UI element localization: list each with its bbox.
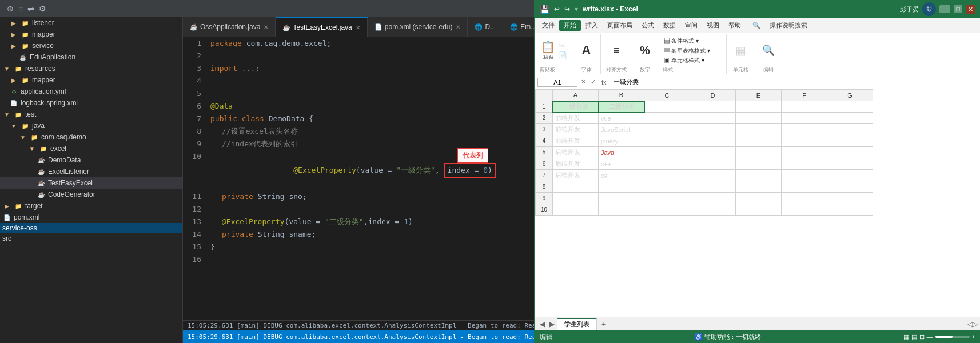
sidebar-item-pom-xml[interactable]: 📄 pom.xml — [0, 212, 182, 223]
sidebar-item-resources[interactable]: ▼ 📁 resources — [0, 63, 182, 74]
cell-b6[interactable]: c++ — [599, 158, 644, 170]
excel-menu-data[interactable]: 数据 — [659, 20, 680, 31]
cell-f4[interactable] — [782, 135, 827, 147]
cell-d4[interactable] — [690, 135, 736, 147]
cell-e2[interactable] — [736, 113, 782, 124]
cell-b10[interactable] — [599, 204, 644, 216]
excel-sheet-tab-student[interactable]: 学生列表 — [557, 318, 597, 330]
cell-c1[interactable] — [644, 101, 690, 113]
formula-input[interactable] — [611, 78, 978, 86]
sidebar-item-target[interactable]: ▶ 📁 target — [0, 200, 182, 212]
page-break-icon[interactable]: ⊞ — [919, 333, 925, 341]
cell-a2[interactable]: 前端开发 — [553, 113, 599, 124]
cell-d9[interactable] — [690, 193, 736, 204]
excel-menu-home[interactable]: 开始 — [559, 20, 581, 31]
sidebar-item-codegenerator[interactable]: ☕ CodeGenerator — [0, 189, 182, 200]
cell-styles-button[interactable]: ▣ 单元格样式 ▾ — [663, 56, 722, 65]
cell-g9[interactable] — [827, 193, 873, 204]
toolbar-icon-2[interactable]: ≡ — [18, 4, 23, 13]
normal-view-icon[interactable]: ▦ — [903, 333, 909, 341]
zoom-in-icon[interactable]: + — [972, 333, 975, 340]
toolbar-icon-4[interactable]: ⚙ — [39, 4, 46, 13]
cell-c4[interactable] — [644, 135, 690, 147]
excel-menu-view[interactable]: 视图 — [702, 20, 724, 31]
cell-f8[interactable] — [782, 181, 827, 193]
cell-g7[interactable] — [827, 170, 873, 181]
cell-e4[interactable] — [736, 135, 782, 147]
sidebar-item-eduapplication[interactable]: ☕ EduApplication — [0, 51, 182, 63]
cell-c10[interactable] — [644, 204, 690, 216]
cell-f6[interactable] — [782, 158, 827, 170]
excel-menu-help[interactable]: 帮助 — [724, 20, 746, 31]
scroll-right-icon[interactable]: ▶ — [547, 320, 557, 328]
excel-redo-icon[interactable]: ↪ — [564, 5, 570, 13]
name-box[interactable] — [537, 78, 577, 87]
cell-a4[interactable]: 前端开发 — [553, 135, 599, 147]
cell-b5[interactable]: Java — [599, 147, 644, 158]
sidebar-item-testeasyexcel[interactable]: ☕ TestEasyExcel — [0, 177, 182, 189]
sidebar-item-demodata[interactable]: ☕ DemoData — [0, 154, 182, 166]
cell-d8[interactable] — [690, 181, 736, 193]
tab-scroll-right[interactable]: ▷ — [973, 320, 978, 328]
cell-f10[interactable] — [782, 204, 827, 216]
cell-d2[interactable] — [690, 113, 736, 124]
excel-menu-search-label[interactable]: 操作说明搜索 — [765, 20, 812, 31]
cell-b9[interactable] — [599, 193, 644, 204]
col-header-c[interactable]: C — [644, 90, 690, 101]
cell-b8[interactable] — [599, 181, 644, 193]
cell-e6[interactable] — [736, 158, 782, 170]
sidebar-item-mapper2[interactable]: ▶ 📁 mapper — [0, 74, 182, 86]
excel-menu-file[interactable]: 文件 — [537, 20, 559, 31]
tab-scroll-left[interactable]: ◁ — [967, 320, 973, 328]
excel-undo-icon[interactable]: ↩ — [554, 5, 560, 13]
tab-close-btn[interactable]: ✕ — [264, 24, 268, 30]
zoom-slider[interactable] — [935, 336, 970, 338]
cell-g3[interactable] — [827, 124, 873, 135]
cell-a1[interactable]: 一级分类 — [553, 101, 599, 113]
cell-g8[interactable] — [827, 181, 873, 193]
cell-c3[interactable] — [644, 124, 690, 135]
cell-e3[interactable] — [736, 124, 782, 135]
tab-pom-xml[interactable]: 📄 pom.xml (service-edu) ✕ — [368, 17, 468, 37]
excel-window-restore[interactable]: □ — [954, 5, 962, 13]
cell-g4[interactable] — [827, 135, 873, 147]
excel-menu-insert[interactable]: 插入 — [581, 20, 603, 31]
cell-g5[interactable] — [827, 147, 873, 158]
cell-a5[interactable]: 后端开发 — [553, 147, 599, 158]
excel-window-minimize[interactable]: — — [939, 5, 950, 13]
cell-g6[interactable] — [827, 158, 873, 170]
sidebar-item-excel[interactable]: ▼ 📁 excel — [0, 143, 182, 154]
cell-c9[interactable] — [644, 193, 690, 204]
alignment-button[interactable]: ≡ — [614, 34, 620, 66]
sidebar-item-java[interactable]: ▼ 📁 java — [0, 120, 182, 131]
cut-button[interactable]: ✂ — [559, 41, 567, 50]
cell-f5[interactable] — [782, 147, 827, 158]
excel-menu-review[interactable]: 审阅 — [680, 20, 702, 31]
col-header-f[interactable]: F — [782, 90, 827, 101]
number-button[interactable]: % — [640, 34, 650, 66]
cell-f2[interactable] — [782, 113, 827, 124]
cell-f1[interactable] — [782, 101, 827, 113]
editing-button[interactable]: 🔍 — [762, 34, 775, 66]
excel-menu-formulas[interactable]: 公式 — [637, 20, 659, 31]
cell-b3[interactable]: JavaScript — [599, 124, 644, 135]
cell-a7[interactable]: 后端开发 — [553, 170, 599, 181]
excel-add-sheet-btn[interactable]: + — [597, 318, 611, 330]
cell-e8[interactable] — [736, 181, 782, 193]
cell-e7[interactable] — [736, 170, 782, 181]
sidebar-item-src[interactable]: src — [0, 233, 182, 244]
tab-d[interactable]: 🌐 D... — [468, 17, 503, 37]
cell-d6[interactable] — [690, 158, 736, 170]
excel-menu-search-icon[interactable]: 🔍 — [748, 21, 765, 30]
cell-d5[interactable] — [690, 147, 736, 158]
excel-window-close[interactable]: ✕ — [966, 5, 975, 14]
col-header-g[interactable]: G — [827, 90, 873, 101]
col-header-b[interactable]: B — [599, 90, 644, 101]
excel-menu-pagelayout[interactable]: 页面布局 — [603, 20, 637, 31]
sidebar-item-mapper[interactable]: ▶ 📁 mapper — [0, 29, 182, 40]
col-header-d[interactable]: D — [690, 90, 736, 101]
cell-b1[interactable]: 二级分类 — [599, 101, 644, 113]
cell-a3[interactable]: 前端开发 — [553, 124, 599, 135]
paste-button[interactable]: 📋 粘贴 — [540, 39, 556, 62]
cell-c8[interactable] — [644, 181, 690, 193]
